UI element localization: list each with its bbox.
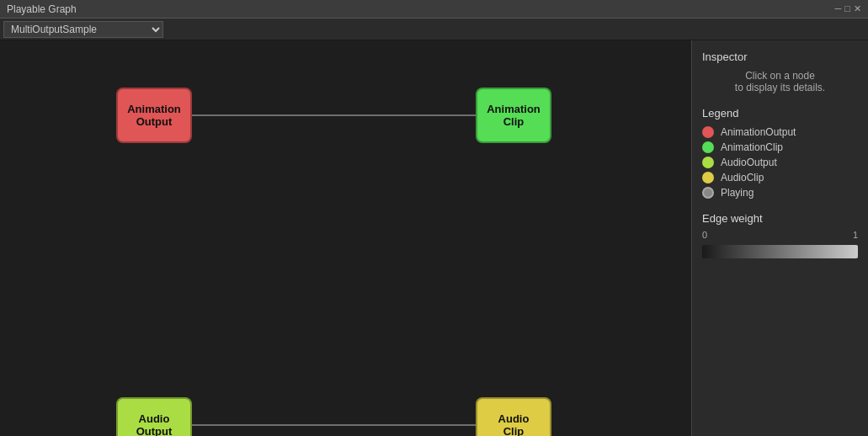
- legend-item-anim-clip: AnimationClip: [702, 141, 858, 153]
- right-panel: Inspector Click on a nodeto display its …: [691, 40, 868, 436]
- dropdown-bar: MultiOutputSample: [0, 19, 868, 40]
- legend-label-playing: Playing: [721, 187, 754, 199]
- maximize-icon[interactable]: □: [844, 3, 850, 14]
- graph-canvas[interactable]: AnimationOutput AnimationClip AudioOutpu…: [0, 40, 691, 436]
- edge-weight-section: Edge weight 0 1: [702, 212, 858, 258]
- legend-dot-audio-clip: [702, 172, 714, 183]
- edge-weight-bar: [702, 245, 858, 258]
- node-audio-output[interactable]: AudioOutput: [116, 397, 192, 436]
- minimize-icon[interactable]: ─: [835, 3, 842, 14]
- title-bar: Playable Graph ─ □ ✕: [0, 0, 868, 19]
- title-controls[interactable]: ─ □ ✕: [835, 3, 861, 14]
- legend-dot-anim-clip: [702, 141, 714, 153]
- legend-dot-playing: [702, 187, 714, 199]
- inspector-section: Inspector Click on a nodeto display its …: [702, 51, 858, 93]
- legend-item-anim-output: AnimationOutput: [702, 126, 858, 138]
- node-animation-clip[interactable]: AnimationClip: [476, 88, 551, 143]
- edge-weight-min: 0: [702, 230, 707, 240]
- legend-item-playing: Playing: [702, 187, 858, 199]
- legend-label-audio-output: AudioOutput: [721, 157, 777, 168]
- node-animation-output[interactable]: AnimationOutput: [116, 88, 192, 143]
- legend-label-anim-clip: AnimationClip: [721, 141, 783, 153]
- legend-title: Legend: [702, 107, 858, 120]
- legend-item-audio-clip: AudioClip: [702, 172, 858, 183]
- close-icon[interactable]: ✕: [854, 3, 861, 14]
- legend-section: Legend AnimationOutput AnimationClip Aud…: [702, 107, 858, 199]
- edge-weight-title: Edge weight: [702, 212, 858, 225]
- legend-label-audio-clip: AudioClip: [721, 172, 764, 183]
- edge-weight-range: 0 1: [702, 230, 858, 240]
- legend-item-audio-output: AudioOutput: [702, 157, 858, 168]
- inspector-title: Inspector: [702, 51, 747, 63]
- inspector-detail: Click on a nodeto display its details.: [702, 70, 858, 93]
- legend-dot-anim-output: [702, 126, 714, 138]
- connections-svg: [0, 40, 691, 436]
- legend-label-anim-output: AnimationOutput: [721, 126, 796, 138]
- legend-dot-audio-output: [702, 157, 714, 168]
- node-audio-clip[interactable]: AudioClip: [476, 397, 551, 436]
- edge-weight-max: 1: [853, 230, 858, 240]
- graph-select[interactable]: MultiOutputSample: [3, 21, 163, 38]
- window-title: Playable Graph: [7, 3, 77, 15]
- main-layout: AnimationOutput AnimationClip AudioOutpu…: [0, 40, 868, 436]
